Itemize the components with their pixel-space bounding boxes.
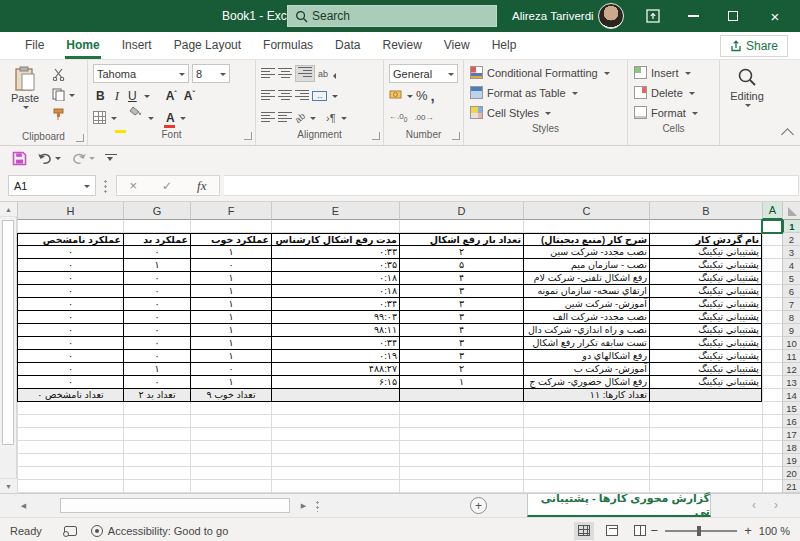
row-header-19[interactable]: 19 <box>782 454 800 467</box>
fill-color-button[interactable] <box>129 106 143 130</box>
cell-H17[interactable] <box>17 428 123 441</box>
cell-F11[interactable]: ۱ <box>190 350 271 363</box>
conditional-formatting-button[interactable]: Conditional Formatting <box>466 63 625 82</box>
row-header-15[interactable]: 15 <box>782 402 800 415</box>
cell-E8[interactable]: ۹۹:۰۳ <box>271 311 399 324</box>
new-sheet-button[interactable]: + <box>470 497 487 514</box>
number-format-combo[interactable]: General <box>389 64 458 83</box>
page-break-view-button[interactable] <box>630 522 650 540</box>
tab-file[interactable]: File <box>14 32 55 59</box>
cell-H5[interactable]: ۰ <box>17 272 123 285</box>
cell-D2[interactable]: تعداد بار رفع اشكال <box>399 233 523 246</box>
cell-G2[interactable]: عملكرد بد <box>123 233 190 246</box>
cell-F19[interactable] <box>190 454 271 467</box>
undo-button[interactable] <box>37 152 61 165</box>
cell-B13[interactable]: پشتيباني تيكينگ <box>649 376 762 389</box>
cell-H3[interactable]: ۰ <box>17 246 123 259</box>
cell-B12[interactable]: پشتيباني تيكينگ <box>649 363 762 376</box>
cell-C11[interactable]: رفع اشكالهاي دو <box>523 350 649 363</box>
zoom-out-button[interactable]: − <box>651 523 659 538</box>
cell-B14[interactable] <box>649 389 762 402</box>
cell-A7[interactable] <box>762 298 782 311</box>
share-button[interactable]: Share <box>720 35 788 57</box>
cell-F3[interactable]: ۱ <box>190 246 271 259</box>
cell-E3[interactable]: ۰:۳۳ <box>271 246 399 259</box>
zoom-level[interactable]: 100 % <box>759 525 790 537</box>
increase-font-button[interactable]: Aˆ <box>164 89 179 103</box>
account-name[interactable]: Alireza Tariverdi <box>512 0 594 32</box>
formula-bar-grip[interactable] <box>104 179 107 193</box>
column-header-C[interactable]: C <box>523 202 649 220</box>
cell-A11[interactable] <box>762 350 782 363</box>
cell-B7[interactable]: پشتيباني تيكينگ <box>649 298 762 311</box>
cell-H1[interactable] <box>17 220 123 233</box>
cell-B15[interactable] <box>649 402 762 415</box>
comma-style-button[interactable]: , <box>431 92 435 100</box>
insert-cells-button[interactable]: Insert <box>630 63 717 82</box>
cell-G12[interactable]: ۱ <box>123 363 190 376</box>
cell-G3[interactable]: ۰ <box>123 246 190 259</box>
collapse-ribbon-icon[interactable] <box>781 128 794 141</box>
column-header-D[interactable]: D <box>399 202 523 220</box>
cell-G15[interactable] <box>123 402 190 415</box>
scroll-up-icon[interactable]: ▲ <box>0 202 17 217</box>
ribbon-display-options-button[interactable] <box>636 0 670 32</box>
normal-view-button[interactable] <box>574 522 594 540</box>
minimize-button[interactable] <box>676 0 710 32</box>
cell-A16[interactable] <box>762 415 782 428</box>
cell-G7[interactable]: ۰ <box>123 298 190 311</box>
zoom-in-button[interactable]: + <box>744 523 752 538</box>
format-as-table-button[interactable]: Format as Table <box>466 83 625 102</box>
align-left-button[interactable] <box>261 90 275 101</box>
cell-E20[interactable] <box>271 467 399 480</box>
cell-D6[interactable]: ۳ <box>399 285 523 298</box>
cell-D14[interactable] <box>399 389 523 402</box>
cell-B3[interactable]: پشتيباني تيكينگ <box>649 246 762 259</box>
cell-A17[interactable] <box>762 428 782 441</box>
cell-D12[interactable]: ۲ <box>399 363 523 376</box>
close-button[interactable]: × <box>758 0 792 32</box>
cell-E19[interactable] <box>271 454 399 467</box>
accounting-format-button[interactable] <box>389 89 402 102</box>
cell-B2[interactable]: نام گردش كار <box>649 233 762 246</box>
cell-F21[interactable] <box>190 480 271 493</box>
cell-D5[interactable]: ۴ <box>399 272 523 285</box>
cell-G14[interactable]: تعداد بد ۲ <box>123 389 190 402</box>
next-sheet-icon[interactable]: › <box>774 498 778 512</box>
cell-C2[interactable]: شرح كار (منبع ديجيتال) <box>523 233 649 246</box>
select-all-corner[interactable] <box>782 202 800 220</box>
page-layout-view-button[interactable] <box>602 522 622 540</box>
cell-H15[interactable] <box>17 402 123 415</box>
row-header-3[interactable]: 3 <box>782 246 800 259</box>
cell-F18[interactable] <box>190 441 271 454</box>
cell-G20[interactable] <box>123 467 190 480</box>
row-header-2[interactable]: 2 <box>782 233 800 246</box>
increase-decimal-button[interactable]: ←.00 <box>389 112 407 123</box>
cell-B5[interactable]: پشتيباني تيكينگ <box>649 272 762 285</box>
cell-G10[interactable]: ۰ <box>123 337 190 350</box>
row-header-10[interactable]: 10 <box>782 337 800 350</box>
search-box[interactable]: Search <box>287 5 497 27</box>
cell-E11[interactable]: ۰:۱۹ <box>271 350 399 363</box>
cell-F5[interactable]: ۱ <box>190 272 271 285</box>
cell-F13[interactable]: ۱ <box>190 376 271 389</box>
column-header-A[interactable]: A <box>762 202 782 220</box>
cell-G1[interactable] <box>123 220 190 233</box>
row-header-17[interactable]: 17 <box>782 428 800 441</box>
cell-H19[interactable] <box>17 454 123 467</box>
tab-insert[interactable]: Insert <box>111 32 163 59</box>
cell-C5[interactable]: رفع اشكال تلفني- شركت لام <box>523 272 649 285</box>
row-header-7[interactable]: 7 <box>782 298 800 311</box>
tabbar-grip[interactable] <box>316 500 319 512</box>
cell-A9[interactable] <box>762 324 782 337</box>
horizontal-scrollbar[interactable]: ◀ ▶ <box>17 497 310 514</box>
row-header-13[interactable]: 13 <box>782 376 800 389</box>
cell-H13[interactable]: ۰ <box>17 376 123 389</box>
cell-G16[interactable] <box>123 415 190 428</box>
orientation-button[interactable]: ab <box>293 110 307 124</box>
cell-D10[interactable]: ۳ <box>399 337 523 350</box>
font-color-button[interactable]: A <box>166 111 175 125</box>
cell-H12[interactable]: ۰ <box>17 363 123 376</box>
cell-E7[interactable]: ۰:۳۴ <box>271 298 399 311</box>
vertical-scroll-thumb[interactable] <box>2 220 14 445</box>
